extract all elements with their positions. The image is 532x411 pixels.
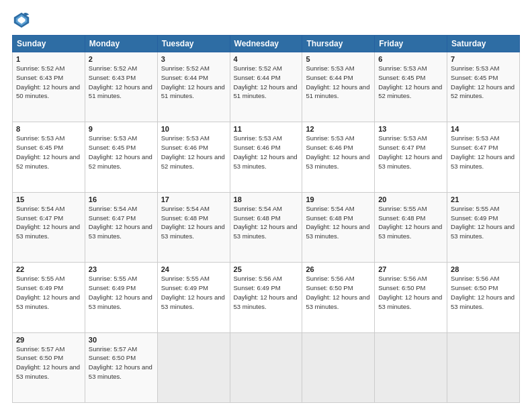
calendar-cell: 13 Sunrise: 5:53 AMSunset: 6:47 PMDaylig… [375,122,447,192]
calendar-cell: 7 Sunrise: 5:53 AMSunset: 6:45 PMDayligh… [447,52,520,122]
day-number: 14 [451,125,516,133]
day-detail: Sunrise: 5:56 AMSunset: 6:50 PMDaylight:… [306,275,369,310]
day-number: 6 [378,55,443,63]
calendar-cell: 10 Sunrise: 5:53 AMSunset: 6:46 PMDaylig… [157,122,230,192]
day-number: 13 [378,125,443,133]
day-detail: Sunrise: 5:53 AMSunset: 6:45 PMDaylight:… [16,134,80,169]
calendar-cell [375,332,447,402]
day-number: 4 [234,55,299,63]
calendar-cell [447,332,520,402]
calendar-week-row: 1 Sunrise: 5:52 AMSunset: 6:43 PMDayligh… [13,52,520,122]
calendar-cell: 22 Sunrise: 5:55 AMSunset: 6:49 PMDaylig… [13,263,85,332]
weekday-header-monday: Monday [85,36,157,52]
logo-icon [12,11,31,30]
day-number: 28 [451,265,516,273]
page: SundayMondayTuesdayWednesdayThursdayFrid… [0,0,532,411]
calendar-cell: 21 Sunrise: 5:55 AMSunset: 6:49 PMDaylig… [447,192,520,262]
weekday-header-saturday: Saturday [447,36,520,52]
day-number: 18 [234,195,299,203]
header [12,11,520,30]
weekday-header-friday: Friday [375,36,447,52]
day-number: 11 [234,125,299,133]
day-number: 27 [378,265,443,273]
calendar-cell [157,332,230,402]
calendar-cell: 1 Sunrise: 5:52 AMSunset: 6:43 PMDayligh… [13,52,85,122]
calendar-cell: 23 Sunrise: 5:55 AMSunset: 6:49 PMDaylig… [85,263,157,332]
day-number: 29 [16,336,81,344]
calendar-cell: 15 Sunrise: 5:54 AMSunset: 6:47 PMDaylig… [13,192,85,262]
calendar-week-row: 22 Sunrise: 5:55 AMSunset: 6:49 PMDaylig… [13,263,520,332]
calendar-cell: 14 Sunrise: 5:53 AMSunset: 6:47 PMDaylig… [447,122,520,192]
day-detail: Sunrise: 5:53 AMSunset: 6:45 PMDaylight:… [451,64,515,99]
calendar-cell: 2 Sunrise: 5:52 AMSunset: 6:43 PMDayligh… [85,52,157,122]
day-detail: Sunrise: 5:53 AMSunset: 6:47 PMDaylight:… [378,134,442,169]
day-detail: Sunrise: 5:55 AMSunset: 6:49 PMDaylight:… [451,205,515,240]
day-number: 26 [306,265,371,273]
day-number: 7 [451,55,516,63]
calendar-cell: 8 Sunrise: 5:53 AMSunset: 6:45 PMDayligh… [13,122,85,192]
day-detail: Sunrise: 5:54 AMSunset: 6:48 PMDaylight:… [234,205,298,240]
day-number: 2 [89,55,154,63]
day-detail: Sunrise: 5:52 AMSunset: 6:44 PMDaylight:… [161,64,225,99]
calendar-table: SundayMondayTuesdayWednesdayThursdayFrid… [12,35,520,403]
day-number: 15 [16,195,81,203]
weekday-header-sunday: Sunday [13,36,85,52]
weekday-header-thursday: Thursday [302,36,375,52]
day-number: 25 [234,265,299,273]
day-number: 21 [451,195,516,203]
weekday-header-wednesday: Wednesday [230,36,302,52]
calendar-cell: 5 Sunrise: 5:53 AMSunset: 6:44 PMDayligh… [302,52,375,122]
day-number: 1 [16,55,81,63]
day-number: 30 [89,336,154,344]
day-detail: Sunrise: 5:52 AMSunset: 6:43 PMDaylight:… [16,64,80,99]
calendar-cell: 29 Sunrise: 5:57 AMSunset: 6:50 PMDaylig… [13,332,85,402]
calendar-cell: 11 Sunrise: 5:53 AMSunset: 6:46 PMDaylig… [230,122,302,192]
calendar-cell: 20 Sunrise: 5:55 AMSunset: 6:48 PMDaylig… [375,192,447,262]
calendar-week-row: 15 Sunrise: 5:54 AMSunset: 6:47 PMDaylig… [13,192,520,262]
day-detail: Sunrise: 5:53 AMSunset: 6:46 PMDaylight:… [234,134,298,169]
calendar-cell: 9 Sunrise: 5:53 AMSunset: 6:45 PMDayligh… [85,122,157,192]
day-number: 22 [16,265,81,273]
day-detail: Sunrise: 5:53 AMSunset: 6:44 PMDaylight:… [306,64,369,99]
day-number: 3 [161,55,226,63]
day-detail: Sunrise: 5:55 AMSunset: 6:49 PMDaylight:… [161,275,225,310]
calendar-cell: 17 Sunrise: 5:54 AMSunset: 6:48 PMDaylig… [157,192,230,262]
calendar-cell: 18 Sunrise: 5:54 AMSunset: 6:48 PMDaylig… [230,192,302,262]
calendar-cell: 27 Sunrise: 5:56 AMSunset: 6:50 PMDaylig… [375,263,447,332]
calendar-cell [230,332,302,402]
day-number: 16 [89,195,154,203]
day-detail: Sunrise: 5:57 AMSunset: 6:50 PMDaylight:… [89,345,152,380]
day-detail: Sunrise: 5:54 AMSunset: 6:48 PMDaylight:… [161,205,225,240]
calendar-cell: 16 Sunrise: 5:54 AMSunset: 6:47 PMDaylig… [85,192,157,262]
day-detail: Sunrise: 5:53 AMSunset: 6:45 PMDaylight:… [378,64,442,99]
day-detail: Sunrise: 5:56 AMSunset: 6:50 PMDaylight:… [378,275,442,310]
day-number: 5 [306,55,371,63]
weekday-header-tuesday: Tuesday [157,36,230,52]
day-detail: Sunrise: 5:55 AMSunset: 6:49 PMDaylight:… [89,275,152,310]
day-detail: Sunrise: 5:52 AMSunset: 6:44 PMDaylight:… [234,64,298,99]
calendar-cell: 26 Sunrise: 5:56 AMSunset: 6:50 PMDaylig… [302,263,375,332]
calendar-cell: 19 Sunrise: 5:54 AMSunset: 6:48 PMDaylig… [302,192,375,262]
calendar-cell: 24 Sunrise: 5:55 AMSunset: 6:49 PMDaylig… [157,263,230,332]
day-detail: Sunrise: 5:53 AMSunset: 6:45 PMDaylight:… [89,134,152,169]
day-detail: Sunrise: 5:56 AMSunset: 6:50 PMDaylight:… [451,275,515,310]
day-detail: Sunrise: 5:54 AMSunset: 6:47 PMDaylight:… [16,205,80,240]
day-detail: Sunrise: 5:53 AMSunset: 6:46 PMDaylight:… [306,134,369,169]
day-number: 8 [16,125,81,133]
day-number: 9 [89,125,154,133]
day-number: 23 [89,265,154,273]
day-detail: Sunrise: 5:56 AMSunset: 6:49 PMDaylight:… [234,275,298,310]
calendar-cell: 3 Sunrise: 5:52 AMSunset: 6:44 PMDayligh… [157,52,230,122]
day-number: 10 [161,125,226,133]
calendar-cell: 25 Sunrise: 5:56 AMSunset: 6:49 PMDaylig… [230,263,302,332]
logo [12,11,34,30]
calendar-header-row: SundayMondayTuesdayWednesdayThursdayFrid… [13,36,520,52]
calendar-cell: 6 Sunrise: 5:53 AMSunset: 6:45 PMDayligh… [375,52,447,122]
day-number: 20 [378,195,443,203]
calendar-cell [302,332,375,402]
calendar-cell: 28 Sunrise: 5:56 AMSunset: 6:50 PMDaylig… [447,263,520,332]
calendar-cell: 4 Sunrise: 5:52 AMSunset: 6:44 PMDayligh… [230,52,302,122]
day-number: 12 [306,125,371,133]
day-detail: Sunrise: 5:53 AMSunset: 6:46 PMDaylight:… [161,134,225,169]
day-detail: Sunrise: 5:57 AMSunset: 6:50 PMDaylight:… [16,345,80,380]
